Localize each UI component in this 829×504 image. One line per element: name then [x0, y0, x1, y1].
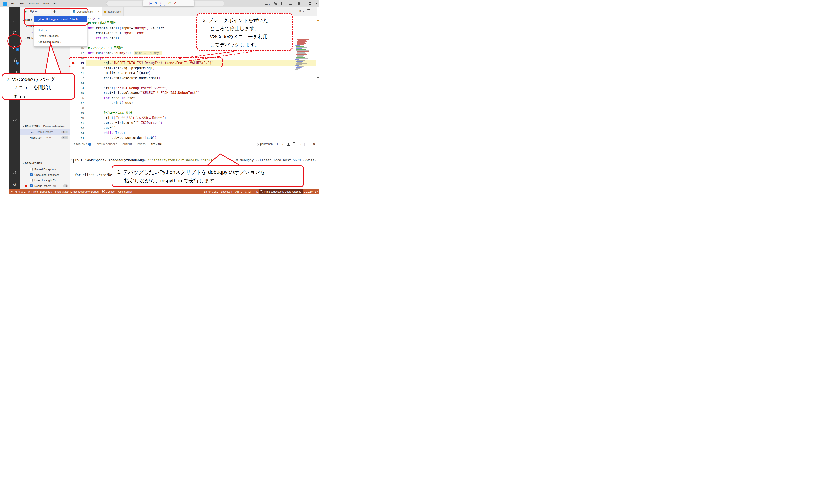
menu-item-edit[interactable]: Edit — [18, 1, 26, 6]
code-line[interactable]: sub="" — [88, 125, 214, 131]
docs-icon[interactable] — [9, 105, 21, 113]
maximize-panel-icon[interactable] — [308, 143, 310, 145]
overview-ruler[interactable] — [317, 7, 319, 141]
line-number[interactable]: 59 — [70, 110, 84, 115]
line-number[interactable]: 47 — [70, 50, 84, 56]
debug-config-select[interactable]: Python ... ⌄ — [29, 9, 51, 14]
checkbox[interactable] — [30, 168, 33, 171]
step-over-icon[interactable]: ↷ — [155, 2, 157, 5]
status-item[interactable]: Inline suggestions quota reached — [259, 189, 302, 194]
code-line[interactable]: #Email作成用関数 — [88, 21, 214, 26]
code-line[interactable] — [88, 40, 214, 46]
code-line[interactable]: while True: — [88, 130, 214, 135]
disconnect-icon[interactable] — [174, 2, 176, 5]
status-item[interactable]: >< — [9, 189, 14, 194]
dropdown-item-pythondebugger[interactable]: Python Debugger... — [34, 33, 87, 39]
line-number[interactable]: 50 — [70, 66, 84, 71]
breakpoint-row[interactable]: User Uncaught Exc... — [21, 178, 70, 183]
code-line[interactable]: sql="INSERT INTO ISJ.DebugTest (Name,Ema… — [88, 61, 214, 66]
status-item[interactable]: { }⊗ — [253, 189, 259, 194]
terminal-shell-label[interactable]: >_ irispython — [257, 142, 273, 146]
menu-item-selection[interactable]: Selection — [26, 1, 41, 6]
copilot-chat-icon[interactable]: ⌄ — [264, 2, 270, 5]
code-line[interactable]: try: — [88, 56, 214, 61]
status-item[interactable]: UTF-8 — [233, 189, 244, 194]
code-line[interactable]: #デバッグテスト用関数 — [88, 46, 214, 51]
kill-terminal-icon[interactable] — [293, 143, 295, 145]
status-item[interactable]: Ln 49, Col 1 — [203, 189, 219, 194]
panel-tab-ports[interactable]: PORTS — [138, 142, 146, 146]
variables-header[interactable]: ∨VARIA — [23, 18, 32, 22]
breakpoint-row[interactable]: ✓Uncaught Exceptions — [21, 172, 70, 178]
line-number[interactable]: 64 — [70, 135, 84, 141]
panel-tab-problems[interactable]: PROBLEMS1 — [74, 142, 91, 147]
code-area[interactable]: #Email作成用関数def create_email(input="dummy… — [88, 21, 214, 140]
code-line[interactable]: person=iris.gref("^ISJPerson") — [88, 120, 214, 125]
step-into-icon[interactable]: ↓ — [160, 2, 161, 5]
drag-grip-icon[interactable] — [145, 2, 146, 5]
variables-scope-local[interactable]: ∨Loca — [26, 25, 34, 28]
code-line[interactable] — [88, 106, 214, 111]
code-line[interactable]: print("**ISJ.DebugTestの中身は**") — [88, 85, 214, 91]
line-number[interactable]: 58 — [70, 106, 84, 111]
variable-item[interactable]: na — [31, 31, 33, 34]
panel-tab-output[interactable]: OUTPUT — [122, 142, 132, 146]
gear-icon[interactable]: ⚙ — [53, 9, 56, 13]
minimap[interactable] — [294, 23, 317, 108]
status-item[interactable]: CRLF — [244, 189, 253, 194]
status-item[interactable]: 3.12.10 — [302, 189, 314, 194]
code-line[interactable] — [88, 80, 214, 85]
forward-icon[interactable]: → — [77, 2, 80, 5]
maximize-button[interactable] — [309, 2, 311, 5]
code-line[interactable]: for reco in rset: — [88, 96, 214, 101]
breakpoint-paused-icon[interactable]: ➤ — [72, 61, 76, 65]
code-line[interactable]: email=create_email(name) — [88, 70, 214, 76]
variables-scope-global[interactable]: ›Glob — [26, 37, 33, 40]
close-button[interactable]: ✕ — [316, 2, 318, 5]
back-icon[interactable]: ← — [70, 2, 73, 5]
settings-icon[interactable]: ⚙ — [9, 180, 21, 188]
tab-debugtest-py[interactable]: DebugTest.py 1 × — [70, 7, 102, 16]
menu-item-[interactable]: ··· — [59, 1, 65, 6]
checkbox[interactable] — [30, 179, 33, 182]
breakpoints-header[interactable]: ∨BREAKPOINTS — [23, 161, 42, 165]
line-number[interactable]: 57 — [70, 100, 84, 106]
status-item[interactable]: ⊗0⚠1 — [14, 189, 27, 194]
editor-more-icon[interactable]: ··· — [314, 9, 317, 12]
line-number[interactable]: 61 — [70, 120, 84, 125]
account-icon[interactable] — [9, 168, 21, 176]
checkbox[interactable]: ✓ — [30, 173, 33, 176]
panel-tab-debugconsole[interactable]: DEBUG CONSOLE — [97, 142, 117, 146]
status-item[interactable]: Connect — [101, 189, 117, 194]
code-line[interactable]: def run(name="dummy"):name = 'dummy' — [88, 50, 214, 56]
code-line[interactable]: email=input + "@mail.com" — [88, 31, 214, 36]
code-line[interactable]: print(reco) — [88, 100, 214, 106]
status-item[interactable]: ObjectScript — [117, 189, 133, 194]
dropdown-item-addconfiguration[interactable]: Add Configuration... — [34, 39, 87, 45]
status-item[interactable]: ▷Python Debugger: Remote Attach (Embedde… — [27, 189, 101, 194]
code-line[interactable]: print("\n**サザエさん登場人物は**") — [88, 115, 214, 120]
status-item[interactable] — [314, 189, 319, 194]
code-line[interactable]: def create_email(input="dummy") -> str: — [88, 26, 214, 31]
extensions-icon[interactable]: 1 — [9, 57, 21, 65]
line-number[interactable]: 63 — [70, 130, 84, 135]
search-icon[interactable] — [9, 29, 21, 37]
run-python-file-icon[interactable]: ▷ ⌄ — [299, 9, 304, 12]
status-item[interactable]: Spaces: 4 — [219, 189, 233, 194]
terminal-dropdown-icon[interactable]: ⌄ — [282, 143, 284, 145]
tab-launch-json[interactable]: {} launch.json — [102, 7, 123, 16]
start-debug-icon[interactable]: ▶ — [25, 9, 27, 13]
code-line[interactable]: rset=iris.sql.exec("SELECT * FROM ISJ.De… — [88, 91, 214, 96]
menu-item-go[interactable]: Go — [51, 1, 58, 6]
call-stack-header[interactable]: ∨CALL STACK Paused on breakp... — [23, 125, 69, 127]
breakpoint-row[interactable]: Raised Exceptions — [21, 167, 70, 172]
run-and-debug-icon[interactable]: ▷1 — [9, 43, 21, 51]
panel-more-icon[interactable]: ··· — [298, 143, 301, 146]
code-line[interactable]: return email — [88, 36, 214, 41]
code-line[interactable]: #グローバルの参照 — [88, 110, 214, 115]
line-number[interactable]: 48 — [70, 56, 84, 61]
code-line[interactable]: rset=stmt.execute(name,email) — [88, 76, 214, 81]
more-actions-icon[interactable]: ··· — [58, 10, 60, 13]
database-icon[interactable] — [9, 117, 21, 125]
breakpoint-row[interactable]: ✓DebugTest.pysrc49 — [21, 183, 70, 188]
